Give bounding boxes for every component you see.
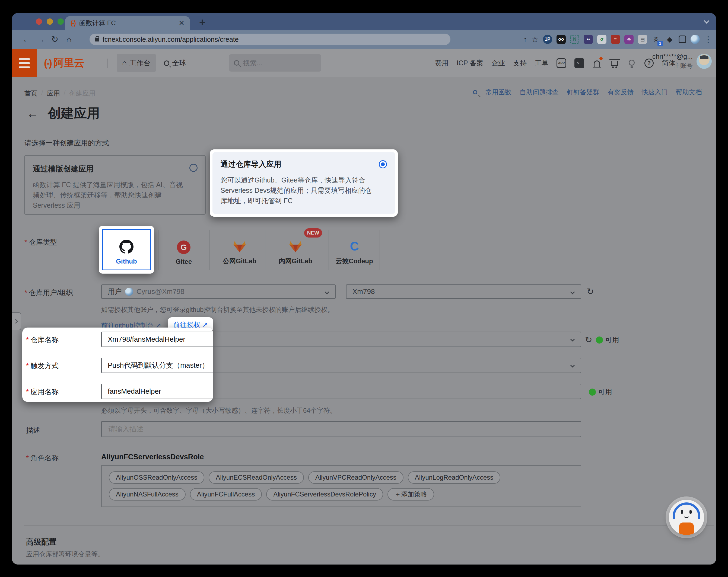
method-card-repo[interactable]: 通过仓库导入应用 您可以通过Github、Gitee等仓库，快速导入符合 Ser… [212, 152, 395, 214]
products-menu-button[interactable] [12, 49, 37, 77]
role-value: AliyunFCServerlessDevsRole [101, 453, 204, 461]
side-panel-handle[interactable] [12, 312, 21, 330]
app-icon[interactable]: APP [556, 58, 566, 68]
minimize-window-button[interactable] [47, 19, 53, 25]
split-screen-icon[interactable] [679, 35, 686, 43]
new-tab-button[interactable]: + [199, 17, 205, 28]
extension-icon-4[interactable]: •• [583, 35, 593, 44]
zoom-window-button[interactable] [57, 19, 64, 25]
app-name-hint: 必须以字母开头，可含数字、字母（大小写敏感）、连字符，长度小于64个字符。 [101, 406, 336, 415]
lightbulb-icon[interactable] [627, 59, 636, 68]
breadcrumb-apps[interactable]: 应用 [47, 89, 60, 98]
aliyun-logo[interactable]: (-) 阿里云 [44, 49, 84, 77]
page-title: 创建应用 [48, 105, 100, 122]
repo-name-select[interactable]: Xm798/fansMedalHelper [101, 332, 581, 347]
close-window-button[interactable] [36, 19, 42, 25]
share-icon[interactable]: ↑ [523, 35, 527, 44]
assistant-robot-button[interactable] [669, 500, 704, 535]
browser-menu-icon[interactable]: ⋮ [704, 35, 712, 44]
cart-icon[interactable] [610, 59, 619, 68]
radio-unselected-icon[interactable] [189, 164, 198, 172]
menu-tickets[interactable]: 工单 [535, 59, 548, 67]
extensions-puzzle-icon[interactable]: ◆ [665, 35, 674, 44]
description-field[interactable] [108, 424, 575, 434]
forward-button[interactable]: → [34, 34, 48, 45]
policy-chip: AliyunFCFullAccess [190, 488, 262, 500]
github-icon [120, 240, 133, 254]
status-text: 可用 [598, 387, 612, 397]
home-button[interactable]: ⌂ [62, 34, 76, 45]
extension-icon-8[interactable]: ▤ [638, 35, 647, 44]
menu-enterprise[interactable]: 企业 [491, 59, 505, 67]
help-link-dingtalk-group[interactable]: 钉钉答疑群 [567, 88, 599, 97]
account-widget[interactable]: chri*****@g... 主账号 [652, 53, 712, 70]
cloudshell-icon[interactable]: >_ [574, 58, 584, 68]
extension-icon-3[interactable]: N [570, 35, 579, 44]
home-icon: ⌂ [122, 59, 127, 67]
required-mark: * [24, 288, 27, 297]
repo-card-label: Github [116, 257, 137, 265]
back-arrow-button[interactable]: ← [27, 107, 38, 120]
address-bar[interactable]: fcnext.console.aliyun.com/applications/c… [89, 34, 450, 45]
app-name-input[interactable]: fansMedalHelper [101, 384, 581, 399]
chevron-down-icon [570, 363, 575, 368]
bookmark-star-icon[interactable]: ☆ [531, 35, 539, 44]
tab-title: 函数计算 FC [79, 19, 175, 27]
codeup-icon: C [350, 240, 359, 253]
menu-expenses[interactable]: 费用 [435, 59, 448, 67]
repo-card-label: Gitee [176, 258, 192, 266]
repo-card-public-gitlab[interactable]: 公网GitLab [214, 230, 265, 270]
method-card-template[interactable]: 通过模版创建应用 函数计算 FC 提供了海量应用模版，包括 AI、音视频处理、传… [24, 155, 206, 215]
extension-icon-6[interactable]: ≡ [611, 35, 620, 44]
tab-close-icon[interactable]: ✕ [179, 19, 184, 27]
help-link-common-functions[interactable]: 常用函数 [486, 88, 512, 97]
repo-org-select[interactable]: Xm798 [346, 284, 581, 299]
refresh-org-icon[interactable]: ↻ [587, 286, 594, 297]
robot-eye [681, 510, 683, 514]
help-link-docs[interactable]: 帮助文档 [676, 88, 702, 97]
user-avatar [125, 288, 133, 296]
repo-card-github[interactable]: Github [102, 229, 151, 270]
trigger-select[interactable]: Push代码到默认分支（master） [101, 358, 581, 373]
translate-badge: 1 [657, 41, 663, 46]
description-input[interactable] [101, 421, 581, 437]
menu-support[interactable]: 支持 [513, 59, 527, 67]
globe-icon [164, 60, 169, 66]
extension-icon-2[interactable]: oo [556, 35, 566, 44]
extension-icon-5[interactable]: σ [597, 35, 606, 44]
workbench-label: 工作台 [129, 58, 151, 68]
workbench-button[interactable]: ⌂ 工作台 [117, 54, 156, 72]
account-avatar[interactable] [697, 54, 712, 69]
repo-card-gitee[interactable]: G Gitee [158, 230, 209, 270]
repo-user-select[interactable]: 用户 Cyrus@Xm798 [101, 284, 336, 299]
console-header: (-) 阿里云 ⌂ 工作台 全球 搜索... 费用 ICP 备案 企业 支持 工… [12, 49, 716, 77]
radio-selected-icon[interactable] [379, 160, 387, 168]
check-icon [589, 389, 596, 395]
translate-extension-icon[interactable]: 英 1 [651, 35, 661, 44]
tab-search-chevron-icon[interactable] [704, 18, 709, 24]
app-name-status: 可用 [589, 387, 612, 397]
region-selector[interactable]: 全球 [164, 49, 186, 77]
toolbar-right: ↑ ☆ 1P oo N •• σ ≡ ❋ ▤ 英 1 ◆ ⋮ [523, 30, 712, 49]
notifications-bell-icon[interactable] [592, 59, 602, 68]
help-link-self-troubleshoot[interactable]: 自助问题排查 [520, 88, 559, 97]
extension-icon-1[interactable]: 1P [543, 35, 552, 44]
extension-icon-7[interactable]: ❋ [624, 35, 633, 44]
browser-tab[interactable]: (-) 函数计算 FC ✕ [65, 16, 190, 30]
breadcrumb-home[interactable]: 首页 [24, 89, 37, 98]
help-link-quickstart[interactable]: 快速入门 [642, 88, 668, 97]
account-email: chri*****@g... [652, 53, 693, 60]
refresh-repo-icon[interactable]: ↻ [585, 335, 592, 345]
repo-card-label: 公网GitLab [223, 257, 256, 266]
back-button[interactable]: ← [20, 34, 34, 45]
help-link-feedback[interactable]: 有奖反馈 [607, 88, 633, 97]
console-search-input[interactable]: 搜索... [229, 54, 321, 72]
repo-card-codeup[interactable]: C 云效Codeup [329, 230, 380, 270]
advanced-title: 高级配置 [26, 537, 56, 547]
profile-avatar[interactable] [691, 35, 700, 44]
gitee-icon: G [177, 241, 190, 254]
method-card-desc: 您可以通过Github、Gitee等仓库，快速导入符合 Serverless D… [220, 175, 378, 206]
menu-icp[interactable]: ICP 备案 [457, 59, 483, 67]
reload-button[interactable]: ↻ [48, 34, 62, 45]
add-policy-button[interactable]: ＋添加策略 [388, 488, 434, 500]
